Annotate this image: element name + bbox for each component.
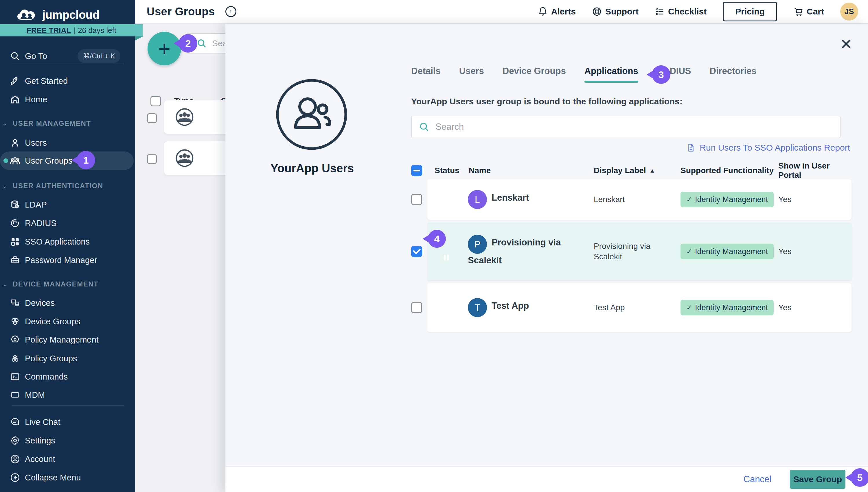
sidebar-item-settings[interactable]: Settings (0, 431, 135, 450)
sidebar-item-account[interactable]: Account (0, 450, 135, 468)
support-button[interactable]: Support (592, 7, 638, 17)
page-title: User Groups (147, 5, 215, 18)
save-group-button[interactable]: Save Group (790, 470, 845, 489)
tab-details[interactable]: Details (411, 66, 441, 83)
settings-label: Settings (25, 436, 55, 445)
ldap-database-icon (9, 199, 21, 211)
free-trial-banner[interactable]: FREE TRIAL | 26 days left (0, 24, 143, 36)
home-icon (9, 94, 21, 105)
select-all-groups-checkbox[interactable] (150, 96, 161, 106)
callout-step-4: 4 (428, 230, 446, 248)
section-title: USER MANAGEMENT (13, 119, 91, 127)
app-avatar: L (468, 190, 487, 209)
tab-users[interactable]: Users (459, 66, 484, 83)
checklist-label: Checklist (668, 7, 707, 17)
status-column-header[interactable]: Status (427, 166, 462, 175)
sidebar-item-policy-groups[interactable]: Policy Groups (0, 349, 135, 368)
user-groups-label: User Groups (25, 156, 72, 166)
tab-applications[interactable]: Applications (584, 66, 638, 83)
application-row-provisioning-via-scalekit[interactable]: PProvisioning via Scalekit Provisioning … (411, 223, 851, 280)
sidebar-item-home[interactable]: Home (0, 90, 135, 109)
sso-grid-icon (9, 236, 21, 247)
sidebar-item-live-chat[interactable]: Live Chat (0, 413, 135, 431)
sidebar-item-password-manager[interactable]: Password Manager (0, 251, 135, 269)
mdm-label: MDM (25, 390, 45, 400)
section-user-management[interactable]: ⌄ USER MANAGEMENT (0, 116, 135, 131)
callout-step-3: 3 (652, 65, 671, 84)
identity-management-badge: ✓Identity Management (681, 300, 774, 315)
alerts-button[interactable]: Alerts (538, 7, 576, 17)
search-icon (419, 121, 430, 132)
section-user-authentication[interactable]: ⌄ USER AUTHENTICATION (0, 179, 135, 193)
brand-name: jumpcloud (42, 8, 99, 21)
sidebar-item-radius[interactable]: RADIUS (0, 214, 135, 232)
sort-asc-icon: ▲ (650, 167, 655, 174)
sidebar-item-policy-management[interactable]: Policy Management (0, 330, 135, 349)
group-row-checkbox[interactable] (147, 154, 157, 164)
sidebar-item-collapse-menu[interactable]: Collapse Menu (0, 468, 135, 487)
supported-functionality-column-header[interactable]: Supported Functionality (677, 166, 775, 175)
group-row-checkbox[interactable] (147, 113, 157, 123)
policy-groups-icon (9, 353, 21, 364)
display-label-column-header[interactable]: Display Label ▲ (590, 166, 677, 175)
applications-search-box[interactable] (411, 116, 841, 138)
callout-step-5: 5 (851, 468, 868, 487)
collapse-arrow-icon (9, 472, 21, 483)
display-label-value: Test App (594, 302, 625, 313)
application-row-test-app[interactable]: TTest App Test App ✓Identity Management … (411, 283, 851, 332)
sidebar-item-goto[interactable]: Go To ⌘/Ctrl + K (0, 47, 135, 65)
sidebar-item-users[interactable]: Users (0, 133, 135, 152)
user-group-icon (9, 155, 21, 167)
support-label: Support (605, 7, 638, 17)
name-column-header[interactable]: Name (462, 166, 590, 175)
policy-groups-label: Policy Groups (25, 354, 77, 363)
tab-directories[interactable]: Directories (710, 66, 757, 83)
info-icon[interactable] (226, 6, 236, 17)
tab-device-groups[interactable]: Device Groups (502, 66, 566, 83)
application-row-lenskart[interactable]: LLenskart Lenskart ✓Identity Management … (411, 179, 851, 220)
divider (11, 64, 124, 64)
device-groups-label: Device Groups (25, 317, 80, 326)
sidebar-item-ldap[interactable]: LDAP (0, 195, 135, 214)
drawer-tabs: Details Users Device Groups Applications… (411, 66, 757, 83)
applications-search-input[interactable] (436, 122, 840, 132)
applications-table: Status Name Display Label ▲ Supported Fu… (411, 162, 851, 335)
functionality-label: Identity Management (695, 247, 768, 256)
group-details-drawer: ✕ YourApp Users Details Users Device Gro… (226, 24, 868, 492)
show-in-user-portal-column-header[interactable]: Show in User Portal (775, 161, 851, 180)
pricing-button[interactable]: Pricing (723, 2, 777, 21)
checklist-button[interactable]: Checklist (655, 7, 707, 17)
cart-button[interactable]: Cart (793, 7, 824, 17)
section-device-management[interactable]: ⌄ DEVICE MANAGEMENT (0, 277, 135, 291)
add-group-button[interactable]: + (147, 32, 181, 65)
row-checkbox[interactable] (411, 302, 422, 313)
run-report-link[interactable]: Run Users To SSO Applications Report (686, 143, 850, 153)
drawer-footer: Cancel Save Group (226, 466, 868, 492)
cancel-button[interactable]: Cancel (744, 474, 772, 485)
row-checkbox[interactable] (411, 194, 422, 205)
sidebar-item-get-started[interactable]: Get Started (0, 72, 135, 90)
sidebar-item-mdm[interactable]: MDM (0, 386, 135, 404)
row-checkbox-checked[interactable] (411, 246, 422, 257)
select-all-applications-checkbox[interactable] (411, 165, 422, 176)
brand-logo[interactable]: jumpcloud (0, 0, 135, 24)
policy-management-icon (9, 334, 21, 345)
alerts-label: Alerts (551, 7, 576, 17)
close-icon[interactable]: ✕ (840, 37, 852, 52)
section-title: USER AUTHENTICATION (13, 182, 103, 190)
rocket-icon (9, 75, 21, 87)
trial-days-left: | 26 days left (74, 26, 116, 35)
section-title: DEVICE MANAGEMENT (13, 280, 98, 288)
sidebar-item-commands[interactable]: Commands (0, 367, 135, 386)
chat-bubble-icon (9, 416, 21, 428)
sidebar-item-user-groups[interactable]: User Groups (0, 151, 135, 170)
app-avatar: P (468, 235, 487, 254)
jumpcloud-admin-console: User Groups Alerts Support Checklist Pri… (0, 0, 868, 492)
check-icon: ✓ (686, 247, 692, 255)
applications-table-header: Status Name Display Label ▲ Supported Fu… (411, 162, 851, 179)
lifebuoy-icon (592, 7, 602, 17)
user-avatar[interactable]: JS (840, 3, 858, 21)
sidebar-item-sso-applications[interactable]: SSO Applications (0, 232, 135, 251)
sidebar-item-devices[interactable]: Devices (0, 294, 135, 312)
sidebar-item-device-groups[interactable]: Device Groups (0, 312, 135, 331)
